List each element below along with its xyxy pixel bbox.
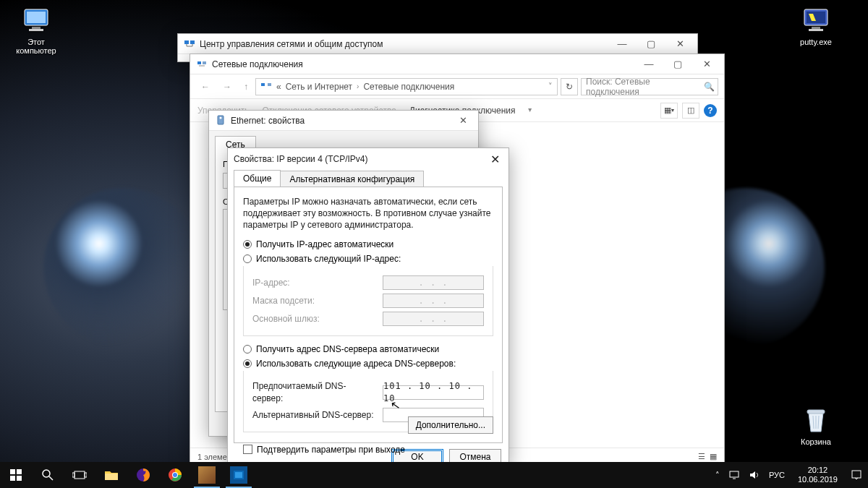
tab-alternate-config[interactable]: Альтернативная конфигурация xyxy=(280,171,424,187)
breadcrumb[interactable]: « Сеть и Интернет › Сетевые подключения … xyxy=(255,78,558,95)
svg-rect-24 xyxy=(10,476,15,481)
radio-use-following-dns[interactable]: Использовать следующие адреса DNS-сервер… xyxy=(243,358,493,369)
tray-clock[interactable]: 20:12 10.06.2019 xyxy=(793,466,842,484)
svg-rect-7 xyxy=(809,29,823,31)
close-button[interactable]: ✕ xyxy=(665,34,694,54)
network-adapter-icon xyxy=(196,59,208,70)
radio-obtain-ip-auto[interactable]: Получить IP-адрес автоматически xyxy=(243,239,493,250)
minimize-button[interactable]: ― xyxy=(608,34,637,54)
desktop-icon-label: Корзина xyxy=(787,437,845,446)
trash-icon xyxy=(801,406,830,435)
svg-rect-37 xyxy=(235,472,242,478)
svg-rect-18 xyxy=(268,83,271,86)
radio-icon xyxy=(243,254,252,263)
svg-rect-23 xyxy=(17,469,22,474)
refresh-button[interactable]: ↻ xyxy=(561,78,578,95)
window-ipv4-properties[interactable]: Свойства: IP версии 4 (TCP/IPv4) ✕ Общие… xyxy=(227,147,509,466)
search-input[interactable]: Поиск: Сетевые подключения 🔍 xyxy=(581,78,718,95)
tab-general[interactable]: Общие xyxy=(234,170,281,187)
radio-icon xyxy=(243,240,252,249)
taskbar-app-running-1[interactable] xyxy=(191,462,223,488)
close-button[interactable]: ✕ xyxy=(451,111,475,131)
svg-rect-29 xyxy=(72,473,75,477)
label-gateway: Основной шлюз: xyxy=(252,313,375,325)
svg-rect-8 xyxy=(807,410,825,414)
svg-rect-12 xyxy=(184,40,189,44)
radio-use-following-ip[interactable]: Использовать следующий IP-адрес: xyxy=(243,253,493,265)
svg-rect-2 xyxy=(32,27,41,29)
tray-network-icon[interactable] xyxy=(728,470,740,480)
label-preferred-dns: Предпочитаемый DNS-сервер: xyxy=(252,380,375,403)
checkbox-icon xyxy=(243,445,252,454)
start-button[interactable] xyxy=(0,462,32,488)
label-ip-address: IP-адрес: xyxy=(252,277,375,288)
ethernet-icon xyxy=(215,115,226,127)
svg-rect-6 xyxy=(812,27,820,29)
close-button[interactable]: ✕ xyxy=(692,54,721,74)
close-button[interactable]: ✕ xyxy=(484,150,506,168)
chevron-right-icon[interactable]: ▸ xyxy=(527,108,535,112)
svg-rect-3 xyxy=(29,29,43,31)
svg-rect-13 xyxy=(190,40,195,44)
gateway-input: . . . xyxy=(383,312,484,326)
nav-up-button[interactable]: ↑ xyxy=(239,77,252,96)
taskbar[interactable]: ˄ РУС 20:12 10.06.2019 xyxy=(0,462,868,488)
svg-rect-40 xyxy=(852,471,861,478)
tray-language[interactable]: РУС xyxy=(769,471,785,479)
svg-rect-38 xyxy=(730,471,739,477)
checkbox-validate-on-exit[interactable]: Подтвердить параметры при выходе xyxy=(243,444,493,455)
desktop-icon-putty[interactable]: putty.exe xyxy=(787,6,845,46)
nav-forward-button[interactable]: → xyxy=(218,77,237,96)
crumb[interactable]: Сеть и Интернет xyxy=(286,82,352,92)
chevron-right-icon: › xyxy=(357,82,359,90)
ip-address-input: . . . xyxy=(383,275,484,290)
taskbar-app-file-explorer[interactable] xyxy=(95,462,127,488)
subnet-mask-input: . . . xyxy=(383,294,484,308)
preferred-dns-input[interactable]: 101 . 10 . 10 . 10 xyxy=(383,385,484,400)
label-subnet-mask: Маска подсети: xyxy=(252,295,375,307)
putty-icon xyxy=(801,6,830,35)
nav-back-button[interactable]: ← xyxy=(196,77,215,96)
maximize-button[interactable]: ▢ xyxy=(637,34,665,54)
radio-icon xyxy=(243,345,252,354)
desktop-icon-recycle-bin[interactable]: Корзина xyxy=(787,406,845,446)
svg-rect-22 xyxy=(10,469,15,474)
search-icon: 🔍 xyxy=(704,82,715,92)
preview-pane-button[interactable]: ◫ xyxy=(682,103,699,119)
taskbar-app-running-2[interactable] xyxy=(223,462,255,488)
view-options-button[interactable]: ▦▾ xyxy=(660,103,678,119)
tray-chevron-up-icon[interactable]: ˄ xyxy=(715,471,720,480)
icons-view-button[interactable]: ▦ xyxy=(710,452,717,461)
task-view-button[interactable] xyxy=(64,462,95,488)
radio-icon xyxy=(243,359,252,368)
maximize-button[interactable]: ▢ xyxy=(663,54,692,74)
tray-volume-icon[interactable] xyxy=(749,470,760,480)
svg-rect-30 xyxy=(85,473,87,477)
search-button[interactable] xyxy=(32,462,64,488)
taskbar-app-chrome[interactable] xyxy=(159,462,191,488)
tray-notifications-icon[interactable] xyxy=(851,469,862,481)
crumb[interactable]: Сетевые подключения xyxy=(363,82,454,92)
computer-icon xyxy=(22,6,51,35)
advanced-button[interactable]: Дополнительно... xyxy=(408,416,493,434)
window-title: Сетевые подключения xyxy=(212,59,303,69)
desktop-icon-this-pc[interactable]: Этот компьютер xyxy=(7,6,65,55)
network-icon xyxy=(260,82,272,92)
system-tray: ˄ РУС 20:12 10.06.2019 xyxy=(710,466,868,484)
network-icon xyxy=(184,38,195,50)
minimize-button[interactable]: ― xyxy=(634,54,663,74)
window-title: Центр управления сетями и общим доступом xyxy=(200,39,383,49)
window-title: Ethernet: свойства xyxy=(231,116,305,126)
help-button[interactable]: ? xyxy=(704,104,717,117)
svg-point-26 xyxy=(43,470,50,477)
radio-obtain-dns-auto[interactable]: Получить адрес DNS-сервера автоматически xyxy=(243,343,493,355)
taskbar-app-firefox[interactable] xyxy=(127,462,159,488)
intro-text: Параметры IP можно назначать автоматичес… xyxy=(243,196,493,231)
desktop-icon-label: Этот компьютер xyxy=(7,38,65,55)
window-title: Свойства: IP версии 4 (TCP/IPv4) xyxy=(234,154,368,164)
svg-rect-1 xyxy=(27,12,46,23)
address-bar: ← → ↑ « Сеть и Интернет › Сетевые подклю… xyxy=(190,74,724,99)
details-view-button[interactable]: ☰ xyxy=(698,452,705,461)
chevron-down-icon[interactable]: ˅ xyxy=(548,82,553,91)
svg-rect-25 xyxy=(17,476,22,481)
